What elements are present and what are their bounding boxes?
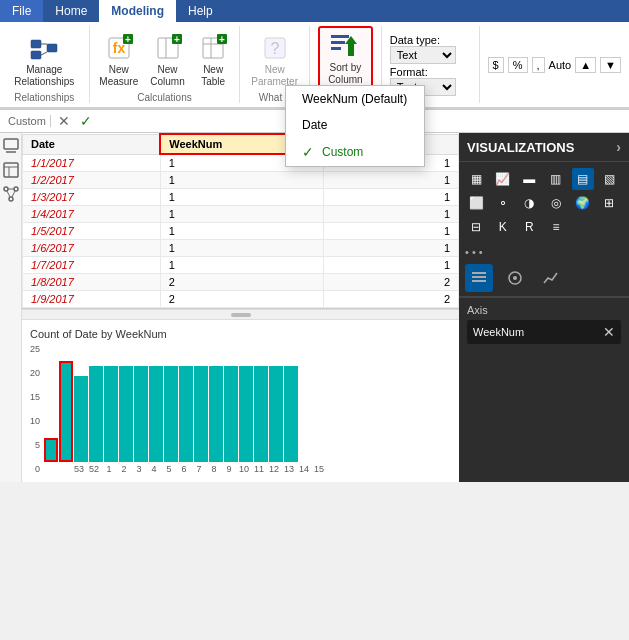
table-row[interactable]: 1/8/2017 2 2 [23, 274, 459, 291]
chart-bar[interactable] [164, 366, 178, 462]
viz-tab-fields[interactable] [465, 264, 493, 292]
area-chart-icon[interactable]: ▬ [518, 168, 540, 190]
matrix-icon[interactable]: ⊟ [465, 216, 487, 238]
tab-help[interactable]: Help [176, 0, 225, 22]
axis-field-name: WeekNum [473, 326, 524, 338]
weeknum-default-label: WeekNum (Default) [302, 92, 407, 106]
dropdown-item-custom[interactable]: ✓ Custom [286, 138, 424, 166]
chart-bar[interactable] [119, 366, 133, 462]
date-cell: 1/9/2017 [23, 291, 161, 308]
formula-confirm-button[interactable]: ✓ [77, 112, 95, 130]
dropdown-item-weeknum[interactable]: WeekNum (Default) [286, 86, 424, 112]
table-row[interactable]: 1/2/2017 1 1 [23, 172, 459, 189]
chart-bar[interactable] [59, 361, 73, 462]
weeknum-cell: 1 [160, 257, 324, 274]
report-view-icon[interactable] [2, 137, 20, 155]
decrease-decimals-button[interactable]: ▼ [600, 57, 621, 73]
comma-button[interactable]: , [532, 57, 545, 73]
x-axis-label: 15 [312, 464, 326, 474]
percent-button[interactable]: % [508, 57, 528, 73]
dropdown-item-date[interactable]: Date [286, 112, 424, 138]
chart-bar[interactable] [179, 366, 193, 462]
weeknum-cell: 1 [160, 172, 324, 189]
table-row[interactable]: 1/4/2017 1 1 [23, 206, 459, 223]
chart-bar[interactable] [44, 438, 58, 462]
chart-bar[interactable] [104, 366, 118, 462]
svg-line-33 [7, 191, 10, 197]
svg-rect-36 [472, 272, 486, 274]
formula-cancel-button[interactable]: ✕ [55, 112, 73, 130]
sort-by-column-label: Sort by Column [324, 62, 367, 86]
tab-home[interactable]: Home [43, 0, 99, 22]
y-axis: 25 20 15 10 5 0 [30, 344, 44, 474]
map-icon[interactable]: 🌍 [572, 192, 594, 214]
new-table-button[interactable]: + New Table [193, 30, 233, 90]
weeknum-cell: 1 [160, 206, 324, 223]
viz-tab-format[interactable] [501, 264, 529, 292]
chart-title: Count of Date by WeekNum [30, 328, 451, 340]
axis-field: WeekNum ✕ [467, 320, 621, 344]
table-row[interactable]: 1/6/2017 1 1 [23, 240, 459, 257]
stacked-bar2-icon[interactable]: ▥ [545, 168, 567, 190]
tab-modeling[interactable]: Modeling [99, 0, 176, 22]
svg-point-30 [14, 187, 18, 191]
stacked-bar-icon[interactable]: ▦ [465, 168, 487, 190]
new-measure-button[interactable]: fx + New Measure [96, 30, 142, 90]
axis-section: Axis WeekNum ✕ [459, 297, 629, 350]
chart-bar[interactable] [89, 366, 103, 462]
table-row[interactable]: 1/7/2017 1 1 [23, 257, 459, 274]
waterfall-icon[interactable]: ⬜ [465, 192, 487, 214]
table-row[interactable]: 1/9/2017 2 2 [23, 291, 459, 308]
r-visual-icon[interactable]: R [518, 216, 540, 238]
viz-tab-analytics[interactable] [537, 264, 565, 292]
chart-bar[interactable] [149, 366, 163, 462]
slicer-icon[interactable]: ≡ [545, 216, 567, 238]
donut-icon[interactable]: ◎ [545, 192, 567, 214]
chart-bar[interactable] [239, 366, 253, 462]
panel-expand-button[interactable]: › [616, 139, 621, 155]
table-viz-icon[interactable]: ⊞ [598, 192, 620, 214]
weeknum-cell: 2 [160, 274, 324, 291]
svg-rect-20 [331, 35, 349, 38]
horizontal-scrollbar[interactable] [22, 309, 459, 319]
dollar-button[interactable]: $ [488, 57, 504, 73]
pie-icon[interactable]: ◑ [518, 192, 540, 214]
new-measure-icon: fx + [103, 32, 135, 64]
increase-decimals-button[interactable]: ▲ [575, 57, 596, 73]
chart-bar[interactable] [254, 366, 268, 462]
chart-bar[interactable] [284, 366, 298, 462]
clustered-bar-icon[interactable]: ▤ [572, 168, 594, 190]
relationships-icon [28, 32, 60, 64]
data-view-icon[interactable] [2, 161, 20, 179]
chart-bar[interactable] [134, 366, 148, 462]
table-row[interactable]: 1/3/2017 1 1 [23, 189, 459, 206]
auto-label: Auto [549, 59, 572, 71]
viz-more-button[interactable]: • • • [459, 244, 629, 260]
svg-rect-2 [47, 44, 57, 52]
svg-point-31 [9, 197, 13, 201]
new-column-button[interactable]: + New Column [146, 30, 189, 90]
model-view-icon[interactable] [2, 185, 20, 203]
date-cell: 1/3/2017 [23, 189, 161, 206]
line-chart-icon[interactable]: 📈 [492, 168, 514, 190]
sort-by-column-button[interactable]: Sort by Column [318, 26, 373, 90]
chart-with-labels: 5352123456789101112131415 [44, 344, 451, 474]
new-parameter-button[interactable]: ? New Parameter [247, 30, 302, 90]
chart-bar[interactable] [209, 366, 223, 462]
table-row[interactable]: 1/5/2017 1 1 [23, 223, 459, 240]
kpi-icon[interactable]: K [492, 216, 514, 238]
date-cell: 1/5/2017 [23, 223, 161, 240]
axis-field-remove-button[interactable]: ✕ [603, 324, 615, 340]
date-column-header[interactable]: Date [23, 134, 161, 154]
manage-relationships-button[interactable]: Manage Relationships [8, 30, 81, 90]
tab-file[interactable]: File [0, 0, 43, 22]
datatype-select[interactable]: TextNumberDate [390, 46, 456, 64]
chart-bar[interactable] [224, 366, 238, 462]
chart-bar[interactable] [194, 366, 208, 462]
svg-rect-37 [472, 276, 486, 278]
scatter-icon[interactable]: ⚬ [492, 192, 514, 214]
date-cell: 1/7/2017 [23, 257, 161, 274]
chart-bar[interactable] [74, 376, 88, 462]
ribbon-icon[interactable]: ▧ [598, 168, 620, 190]
chart-bar[interactable] [269, 366, 283, 462]
